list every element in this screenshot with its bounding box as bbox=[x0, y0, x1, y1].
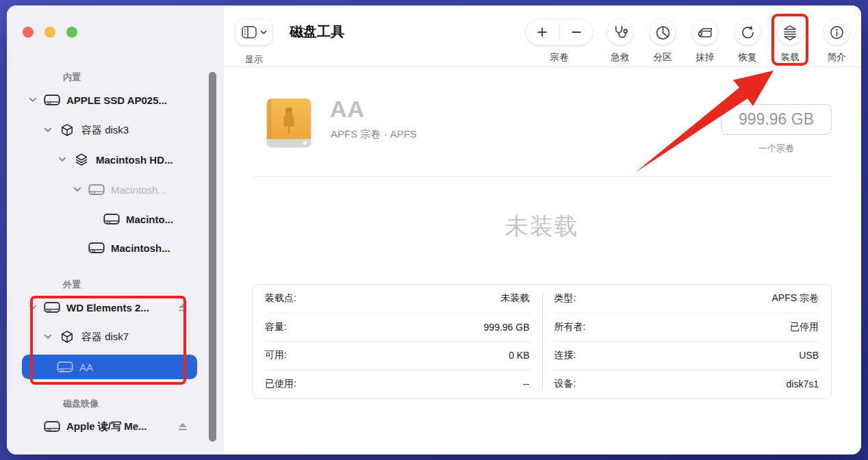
mount-status: 未装载 bbox=[252, 211, 832, 242]
partition-button[interactable]: 分区 bbox=[641, 19, 684, 64]
eject-icon[interactable] bbox=[178, 422, 189, 431]
detail-value: USB bbox=[799, 350, 819, 361]
chevron-down-icon[interactable] bbox=[57, 154, 68, 165]
detail-row: 容量: 999.96 GB bbox=[265, 314, 530, 342]
sidebar-item-label: 容器 disk7 bbox=[81, 331, 129, 344]
chevron-down-icon[interactable] bbox=[27, 302, 38, 313]
detail-value: disk7s1 bbox=[787, 379, 819, 389]
size-caption: 一个宗卷 bbox=[721, 142, 832, 155]
detail-label: 设备: bbox=[554, 378, 576, 390]
detail-row: 类型: APFS 宗卷 bbox=[554, 285, 819, 314]
volume-button-group: 宗卷 bbox=[526, 19, 593, 64]
size-badge: 999.96 GB bbox=[721, 104, 832, 135]
remove-volume-button[interactable] bbox=[560, 19, 593, 45]
disk-utility-window: 内置 APPLE SSD AP025... 容器 disk3 Macintosh… bbox=[7, 5, 861, 455]
erase-label: 抹掉 bbox=[684, 51, 726, 64]
volume-group-label: 宗卷 bbox=[526, 51, 593, 64]
volume-subtitle: APFS 宗卷 · APFS bbox=[331, 128, 417, 141]
restore-label: 恢复 bbox=[726, 51, 769, 64]
info-icon bbox=[829, 25, 845, 40]
minus-icon bbox=[571, 27, 582, 38]
detail-label: 类型: bbox=[554, 292, 576, 305]
detail-label: 已使用: bbox=[265, 378, 296, 390]
sidebar-item-label: Apple 读/写 Me... bbox=[66, 420, 147, 433]
detail-row: 装载点: 未装载 bbox=[265, 285, 530, 314]
disk-icon bbox=[44, 301, 60, 314]
sidebar-item-label: 容器 disk3 bbox=[81, 124, 129, 137]
chevron-placeholder bbox=[87, 214, 98, 225]
zoom-button[interactable] bbox=[66, 27, 77, 38]
sidebar-item-container-disk3[interactable]: 容器 disk3 bbox=[7, 118, 224, 142]
sidebar-item-label: Macintosh... bbox=[111, 184, 166, 196]
sidebar-item-macintosh-data[interactable]: Macintosh... bbox=[7, 235, 224, 260]
detail-row: 所有者: 已停用 bbox=[554, 314, 819, 342]
chevron-placeholder bbox=[27, 421, 38, 432]
first-aid-label: 急救 bbox=[599, 51, 641, 64]
chevron-down-icon[interactable] bbox=[42, 125, 53, 136]
restore-button[interactable]: 恢复 bbox=[726, 19, 769, 64]
sidebar-item-apple-rw-media[interactable]: Apple 读/写 Me... bbox=[7, 414, 224, 439]
detail-value: -- bbox=[523, 379, 529, 389]
mount-button[interactable]: 装载 bbox=[769, 19, 811, 64]
sidebar-item-macintosh-hd-group[interactable]: Macintosh HD... bbox=[7, 147, 224, 172]
plus-icon bbox=[537, 27, 548, 38]
show-sidebar-button[interactable] bbox=[235, 19, 272, 45]
detail-value: 999.96 GB bbox=[484, 322, 530, 333]
detail-label: 可用: bbox=[265, 349, 287, 361]
sidebar-scrollbar[interactable] bbox=[209, 72, 216, 442]
detail-value: 未装载 bbox=[501, 292, 530, 305]
sidebar-section-internal: 内置 bbox=[63, 71, 81, 84]
info-button[interactable]: 简介 bbox=[815, 19, 858, 64]
volume-group-icon bbox=[73, 153, 90, 166]
main-pane: 显示 磁盘工具 宗卷 急救 分区 抹掉 bbox=[224, 5, 861, 455]
first-aid-button[interactable]: 急救 bbox=[599, 19, 641, 64]
sidebar: 内置 APPLE SSD AP025... 容器 disk3 Macintosh… bbox=[7, 5, 224, 455]
external-drive-icon bbox=[267, 99, 311, 146]
sidebar-item-container-disk7[interactable]: 容器 disk7 bbox=[7, 324, 224, 349]
chevron-down-icon[interactable] bbox=[72, 184, 83, 195]
sidebar-item-macintosh-dimmed[interactable]: Macintosh... bbox=[7, 177, 224, 202]
detail-row: 可用: 0 KB bbox=[265, 342, 530, 370]
show-button-label: 显示 bbox=[235, 53, 272, 66]
sidebar-item-aa-selected[interactable]: AA bbox=[22, 355, 197, 379]
eject-icon[interactable] bbox=[178, 303, 189, 312]
erase-button[interactable]: 抹掉 bbox=[684, 19, 726, 64]
partition-label: 分区 bbox=[641, 51, 684, 64]
traffic-lights bbox=[23, 27, 77, 38]
details-right-column: 类型: APFS 宗卷 所有者: 已停用 连接: USB 设备: disk7s1 bbox=[542, 285, 832, 398]
detail-row: 已使用: -- bbox=[265, 370, 530, 399]
chevron-down-icon[interactable] bbox=[42, 331, 53, 342]
disk-icon bbox=[44, 420, 60, 433]
disk-icon bbox=[57, 360, 73, 374]
add-volume-button[interactable] bbox=[526, 19, 559, 45]
sidebar-item-wd-elements[interactable]: WD Elements 2... bbox=[7, 295, 224, 320]
sidebar-item-label: Macintosh HD... bbox=[96, 154, 173, 166]
detail-label: 容量: bbox=[265, 321, 287, 333]
sidebar-item-label: AA bbox=[79, 361, 93, 373]
detail-value: APFS 宗卷 bbox=[772, 292, 819, 305]
disk-icon bbox=[103, 212, 120, 226]
disk-icon bbox=[44, 93, 60, 107]
sidebar-section-disk-images: 磁盘映像 bbox=[63, 398, 99, 410]
detail-value: 已停用 bbox=[790, 321, 819, 333]
detail-label: 所有者: bbox=[554, 321, 586, 333]
restore-arrow-icon bbox=[740, 25, 756, 40]
details-panel: 装载点: 未装载 容量: 999.96 GB 可用: 0 KB 已使用: -- bbox=[252, 284, 832, 399]
detail-label: 连接: bbox=[554, 349, 576, 361]
volume-name: AA bbox=[330, 96, 365, 123]
close-button[interactable] bbox=[23, 27, 34, 38]
sidebar-item-apple-ssd[interactable]: APPLE SSD AP025... bbox=[7, 88, 224, 112]
detail-value: 0 KB bbox=[509, 350, 529, 361]
header-divider bbox=[252, 176, 832, 177]
sidebar-item-macintosh-snapshot[interactable]: Macinto... bbox=[7, 207, 224, 231]
container-icon bbox=[59, 123, 75, 137]
chevron-down-icon[interactable] bbox=[27, 94, 38, 105]
chevron-down-icon bbox=[260, 30, 267, 35]
container-icon bbox=[59, 330, 75, 344]
info-label: 简介 bbox=[815, 51, 858, 64]
sidebar-item-label: APPLE SSD AP025... bbox=[66, 94, 167, 106]
detail-row: 连接: USB bbox=[554, 342, 819, 370]
disk-icon bbox=[88, 241, 105, 255]
minimize-button[interactable] bbox=[44, 27, 55, 38]
window-title: 磁盘工具 bbox=[290, 23, 344, 41]
